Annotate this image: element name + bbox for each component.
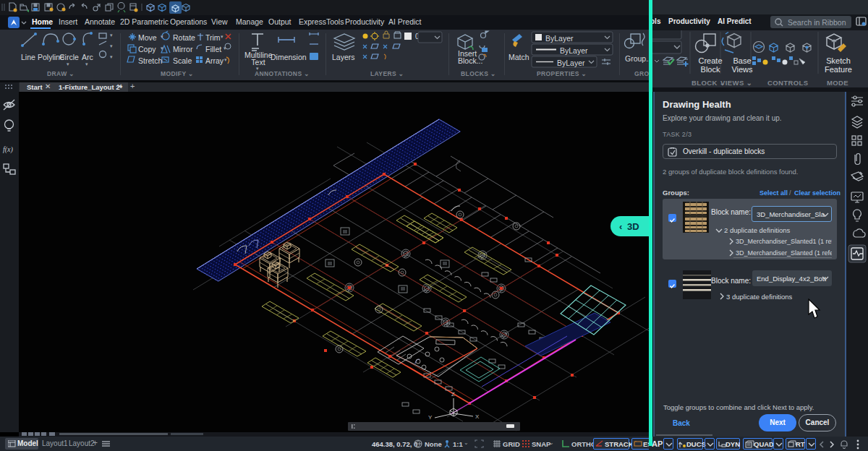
svg-text:X: X [475, 413, 480, 420]
svg-text:Z: Z [451, 391, 455, 398]
svg-text:‹: ‹ [619, 221, 622, 232]
svg-text:f(x): f(x) [3, 145, 14, 154]
svg-text:3D: 3D [627, 221, 639, 232]
svg-text:Y: Y [428, 414, 433, 421]
